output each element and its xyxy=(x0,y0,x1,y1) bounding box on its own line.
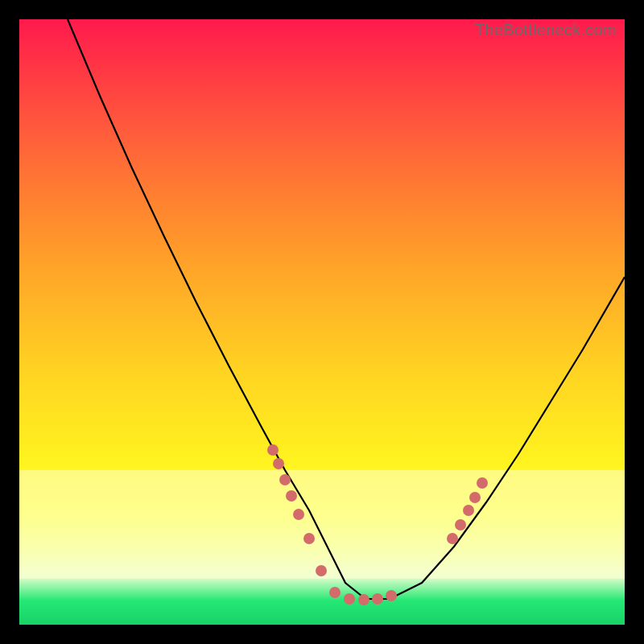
curve-marker xyxy=(286,490,297,502)
curve-marker xyxy=(455,519,466,530)
curve-marker xyxy=(463,505,474,516)
curve-marker xyxy=(477,477,488,489)
curve-marker xyxy=(267,444,279,456)
curve-marker xyxy=(273,458,284,469)
curve-marker xyxy=(293,509,304,520)
plot-area: TheBottleneck.com xyxy=(19,19,625,625)
curve-marker xyxy=(469,492,481,503)
curve-marker xyxy=(386,590,397,601)
curve-marker xyxy=(329,587,341,598)
curve-marker xyxy=(358,594,369,605)
curve-marker xyxy=(303,533,315,544)
watermark-text: TheBottleneck.com xyxy=(475,21,617,39)
bottleneck-curve xyxy=(68,19,625,599)
curve-marker xyxy=(316,565,327,576)
curve-marker xyxy=(344,593,355,605)
curve-marker xyxy=(279,474,291,485)
curve-marker xyxy=(372,593,383,605)
curve-layer xyxy=(19,19,625,625)
outer-frame: TheBottleneck.com xyxy=(0,0,644,644)
curve-marker xyxy=(447,533,458,544)
marker-group xyxy=(267,444,488,605)
